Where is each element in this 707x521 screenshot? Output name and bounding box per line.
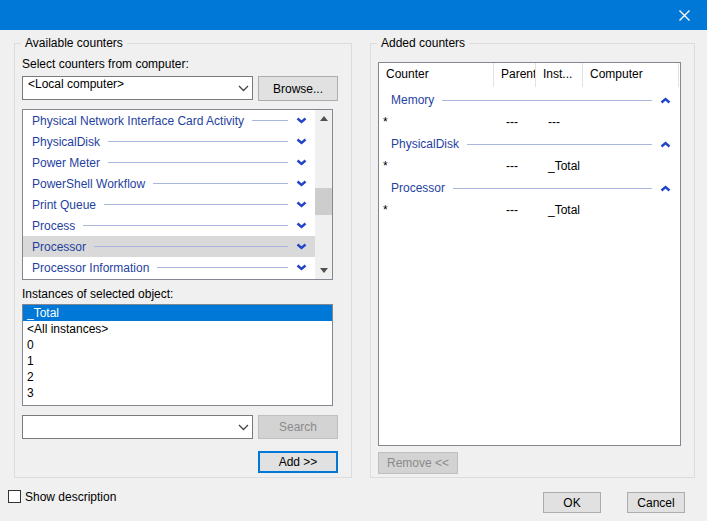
chevron-down-icon[interactable] — [296, 264, 307, 271]
counter-row-selected[interactable]: Processor — [23, 236, 315, 257]
counter-row[interactable]: Power Meter — [23, 152, 315, 173]
instance-row[interactable]: 3 — [23, 385, 332, 401]
group-name: PhysicalDisk — [391, 137, 459, 151]
group-name: Memory — [391, 93, 434, 107]
search-button[interactable]: Search — [258, 415, 338, 439]
column-header-counter[interactable]: Counter — [379, 63, 494, 87]
scrollbar-thumb[interactable] — [315, 188, 332, 215]
column-header-computer[interactable]: Computer — [583, 63, 679, 87]
scrollbar[interactable] — [315, 110, 332, 279]
column-header-parent[interactable]: Parent — [494, 63, 536, 87]
cell-parent: --- — [494, 199, 536, 221]
close-button[interactable] — [661, 0, 707, 30]
browse-button[interactable]: Browse... — [258, 76, 338, 101]
chevron-down-icon[interactable] — [296, 159, 307, 166]
cell-computer — [583, 199, 679, 221]
chevron-down-icon[interactable] — [296, 243, 307, 250]
rule-line — [252, 120, 288, 121]
close-icon — [678, 9, 691, 22]
counter-name: Processor — [32, 240, 86, 254]
rule-line — [467, 144, 652, 145]
counter-name: Print Queue — [32, 198, 96, 212]
chevron-down-icon[interactable] — [296, 201, 307, 208]
counter-name: Process — [32, 219, 75, 233]
cell-parent: --- — [494, 155, 536, 177]
title-bar[interactable] — [0, 0, 707, 30]
chevron-down-icon[interactable] — [296, 138, 307, 145]
cell-computer — [583, 111, 679, 133]
add-button[interactable]: Add >> — [258, 451, 338, 473]
added-counters-table: Counter Parent Inst... Computer Memory *… — [378, 62, 681, 446]
rule-line — [153, 183, 288, 184]
chevron-up-icon[interactable] — [660, 97, 671, 104]
counter-row[interactable]: PowerShell Workflow — [23, 173, 315, 194]
counter-row[interactable]: Print Queue — [23, 194, 315, 215]
remove-button[interactable]: Remove << — [378, 452, 458, 474]
chevron-up-icon[interactable] — [660, 141, 671, 148]
chevron-down-icon[interactable] — [234, 85, 252, 92]
table-row[interactable]: * --- _Total — [379, 155, 680, 177]
counter-group-row[interactable]: PhysicalDisk — [379, 133, 680, 155]
rule-line — [157, 267, 288, 268]
counter-row[interactable]: Processor Information — [23, 257, 315, 278]
computer-combobox[interactable]: <Local computer> — [22, 76, 253, 100]
instances-list: _Total <All instances> 0 1 2 3 — [22, 304, 333, 406]
cell-computer — [583, 155, 679, 177]
scroll-down-icon[interactable] — [315, 262, 332, 279]
counter-name: PhysicalDisk — [32, 135, 100, 149]
instance-row[interactable]: 2 — [23, 369, 332, 385]
add-counters-dialog: Available counters Select counters from … — [0, 0, 707, 521]
instances-label: Instances of selected object: — [22, 287, 173, 301]
instance-row[interactable]: 1 — [23, 353, 332, 369]
chevron-down-icon[interactable] — [234, 424, 252, 431]
search-combobox[interactable] — [22, 415, 253, 439]
column-header-instance[interactable]: Inst... — [536, 63, 583, 87]
search-input[interactable] — [23, 416, 234, 438]
counter-name: Physical Network Interface Card Activity — [32, 114, 244, 128]
counter-name: Processor Information — [32, 261, 149, 275]
rule-line — [94, 246, 288, 247]
chevron-down-icon[interactable] — [296, 180, 307, 187]
column-header-filler — [679, 63, 686, 87]
cell-instance: _Total — [536, 155, 583, 177]
cell-instance: --- — [536, 111, 583, 133]
rule-line — [108, 162, 288, 163]
added-counters-label: Added counters — [377, 36, 469, 50]
rule-line — [453, 188, 652, 189]
cell-counter: * — [379, 199, 494, 221]
group-name: Processor — [391, 181, 445, 195]
instance-row-selected[interactable]: _Total — [23, 305, 332, 321]
counters-list: Physical Network Interface Card Activity… — [22, 109, 333, 280]
rule-line — [104, 204, 288, 205]
cell-parent: --- — [494, 111, 536, 133]
select-computer-label: Select counters from computer: — [22, 57, 189, 71]
table-header: Counter Parent Inst... Computer — [379, 63, 680, 87]
ok-button[interactable]: OK — [543, 492, 601, 513]
chevron-down-icon[interactable] — [296, 222, 307, 229]
counter-row[interactable]: Process — [23, 215, 315, 236]
counter-name: Power Meter — [32, 156, 100, 170]
rule-line — [108, 141, 288, 142]
cell-counter: * — [379, 111, 494, 133]
cancel-button[interactable]: Cancel — [627, 492, 685, 513]
available-counters-label: Available counters — [21, 36, 127, 50]
show-description-label: Show description — [25, 490, 116, 504]
table-row[interactable]: * --- _Total — [379, 199, 680, 221]
show-description-checkbox[interactable] — [8, 490, 21, 503]
counter-name: PowerShell Workflow — [32, 177, 145, 191]
scroll-up-icon[interactable] — [315, 110, 332, 127]
chevron-down-icon[interactable] — [296, 117, 307, 124]
instance-row[interactable]: 0 — [23, 337, 332, 353]
chevron-up-icon[interactable] — [660, 185, 671, 192]
cell-instance: _Total — [536, 199, 583, 221]
table-row[interactable]: * --- --- — [379, 111, 680, 133]
cell-counter: * — [379, 155, 494, 177]
rule-line — [442, 100, 652, 101]
counter-group-row[interactable]: Processor — [379, 177, 680, 199]
instance-row[interactable]: <All instances> — [23, 321, 332, 337]
rule-line — [83, 225, 288, 226]
computer-combobox-value: <Local computer> — [23, 77, 234, 99]
counter-group-row[interactable]: Memory — [379, 89, 680, 111]
counter-row[interactable]: PhysicalDisk — [23, 131, 315, 152]
counter-row[interactable]: Physical Network Interface Card Activity — [23, 110, 315, 131]
